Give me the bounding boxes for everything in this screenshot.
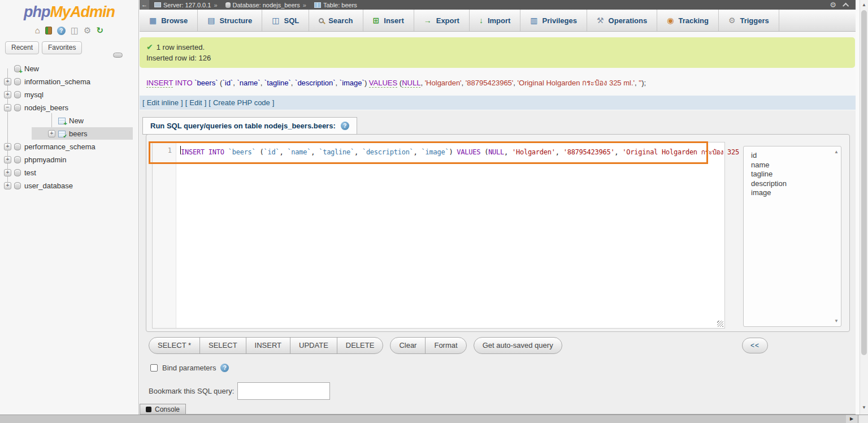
phpmyadmin-logo[interactable]: phpMyAdmin: [0, 3, 138, 21]
update-button[interactable]: UPDATE: [290, 337, 337, 354]
bind-parameters-label: Bind parameters: [162, 364, 216, 372]
tree-item-performance-schema[interactable]: + performance_schema: [0, 140, 138, 153]
expand-icon[interactable]: +: [4, 143, 11, 150]
database-icon: [14, 104, 21, 111]
tab-import[interactable]: ↓Import: [470, 10, 520, 31]
table-tab-bar: ▦Browse ▤Structure ◫SQL Search ⊞Insert →…: [140, 10, 856, 32]
clear-button[interactable]: Clear: [390, 337, 426, 354]
reload-icon[interactable]: ↻: [97, 26, 104, 35]
select-star-button[interactable]: SELECT *: [149, 337, 200, 354]
vertical-scrollbar[interactable]: ▲ ▼: [860, 0, 868, 415]
tab-tracking[interactable]: ◉Tracking: [657, 10, 719, 31]
table-icon: [58, 131, 66, 137]
tab-search[interactable]: Search: [309, 10, 363, 31]
bind-parameters-checkbox[interactable]: [150, 364, 158, 372]
database-icon: [14, 182, 21, 189]
tab-privileges[interactable]: ▥Privileges: [520, 10, 587, 31]
home-icon[interactable]: ⌂: [35, 26, 40, 35]
scrollbar-corner: [859, 415, 868, 423]
table-fields-listbox[interactable]: id name tagline description image ▲ ▼: [743, 146, 841, 327]
bookmark-input[interactable]: [237, 382, 330, 400]
query-template-buttons: SELECT * SELECT INSERT UPDATE DELETE: [149, 337, 383, 354]
expand-icon[interactable]: +: [48, 130, 55, 137]
expand-icon[interactable]: +: [4, 182, 11, 189]
recent-tab[interactable]: Recent: [5, 41, 39, 54]
tree-item-new-database[interactable]: New: [0, 62, 138, 75]
scroll-down-icon[interactable]: ▼: [860, 405, 868, 410]
tab-browse[interactable]: ▦Browse: [140, 10, 198, 31]
tree-item-nodejs-beers[interactable]: − nodejs_beers: [0, 101, 138, 114]
database-icon: [14, 143, 21, 150]
create-php-code-link[interactable]: Create PHP code: [213, 98, 270, 107]
console-tab[interactable]: Console: [140, 404, 186, 414]
server-icon: [154, 2, 161, 7]
tree-item-new-table[interactable]: New: [0, 114, 138, 127]
tree-item-test[interactable]: + test: [0, 166, 138, 179]
scroll-up-icon[interactable]: ▲: [860, 2, 868, 7]
unlink-icon[interactable]: [113, 53, 123, 58]
delete-button[interactable]: DELETE: [337, 337, 384, 354]
select-button[interactable]: SELECT: [199, 337, 246, 354]
database-icon: [14, 156, 21, 163]
get-autosaved-query-button[interactable]: Get auto-saved query: [474, 337, 562, 354]
page-settings-icon[interactable]: ⚙: [830, 1, 836, 9]
breadcrumb-table[interactable]: Table: beers: [323, 2, 357, 8]
collapse-navigation-arrow[interactable]: ←: [140, 0, 149, 10]
tree-item-mysql[interactable]: + mysql: [0, 88, 138, 101]
scroll-down-icon[interactable]: ▼: [832, 318, 840, 323]
tab-export[interactable]: →Export: [414, 10, 470, 31]
tab-structure[interactable]: ▤Structure: [198, 10, 262, 31]
tree-item-user-database[interactable]: + user_database: [0, 179, 138, 192]
fields-scrollbar[interactable]: ▲ ▼: [832, 147, 840, 326]
edit-inline-link[interactable]: Edit inline: [147, 98, 179, 107]
field-item[interactable]: image: [751, 188, 841, 198]
field-item[interactable]: id: [751, 151, 841, 161]
tree-item-beers[interactable]: + beers: [0, 127, 138, 140]
tab-insert[interactable]: ⊞Insert: [363, 10, 414, 31]
logout-icon[interactable]: [45, 27, 52, 34]
help-icon[interactable]: ?: [341, 122, 349, 130]
database-icon: [225, 2, 231, 8]
collapse-icon[interactable]: −: [4, 104, 11, 111]
tab-operations[interactable]: ⚒Operations: [587, 10, 657, 31]
format-button[interactable]: Format: [425, 337, 466, 354]
field-item[interactable]: description: [751, 179, 841, 189]
tree-item-phpmyadmin[interactable]: + phpmyadmin: [0, 153, 138, 166]
tab-triggers[interactable]: ⚙Triggers: [719, 10, 779, 31]
expand-icon[interactable]: +: [4, 169, 11, 176]
scroll-right-icon[interactable]: ▶: [846, 415, 857, 423]
database-tree: New + information_schema + mysql − nodej…: [0, 62, 138, 192]
resize-handle-icon[interactable]: [717, 321, 723, 327]
success-message: ✔1 row inserted. Inserted row id: 126: [140, 37, 855, 68]
scroll-up-icon[interactable]: ▲: [832, 149, 840, 154]
database-icon: [14, 169, 21, 176]
sql-statement-preview: INSERT INTO `beers` (`id`, `name`, `tagl…: [146, 77, 853, 89]
bookmark-label: Bookmark this SQL query:: [149, 387, 234, 395]
tree-item-information-schema[interactable]: + information_schema: [0, 75, 138, 88]
database-icon: [14, 78, 21, 85]
main-content: ✔1 row inserted. Inserted row id: 126 IN…: [140, 32, 856, 415]
field-item[interactable]: name: [751, 161, 841, 170]
collapse-top-icon[interactable]: [843, 2, 849, 8]
documentation-icon[interactable]: ◫: [71, 26, 79, 35]
expand-icon[interactable]: +: [4, 156, 11, 163]
field-item[interactable]: tagline: [751, 170, 841, 179]
sql-icon: ◫: [272, 16, 279, 25]
collapse-fields-button[interactable]: <<: [742, 338, 768, 353]
edit-link[interactable]: Edit: [189, 98, 202, 107]
horizontal-scrollbar[interactable]: ▶: [0, 415, 868, 423]
line-number-gutter: 1: [153, 143, 176, 328]
sql-editor[interactable]: 1 INSERT INTO `beers` (`id`, `name`, `ta…: [152, 142, 725, 329]
help-icon[interactable]: ?: [220, 364, 229, 372]
favorites-tab[interactable]: Favorites: [42, 41, 82, 54]
breadcrumb-server[interactable]: Server: 127.0.0.1: [163, 2, 211, 8]
settings-icon[interactable]: ⚙: [84, 26, 91, 35]
expand-icon[interactable]: +: [4, 78, 11, 85]
export-icon: →: [424, 16, 432, 25]
tab-sql[interactable]: ◫SQL: [262, 10, 309, 31]
insert-button[interactable]: INSERT: [246, 337, 290, 354]
help-icon[interactable]: ?: [57, 27, 66, 35]
breadcrumb-database[interactable]: Database: nodejs_beers: [233, 2, 300, 8]
vertical-scrollbar-thumb[interactable]: [861, 10, 867, 355]
expand-icon[interactable]: +: [4, 91, 11, 98]
